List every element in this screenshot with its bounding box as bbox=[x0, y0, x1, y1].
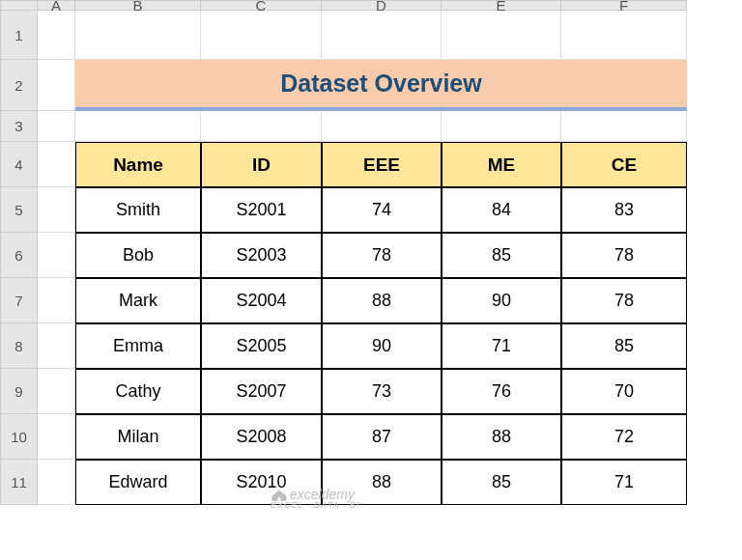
cell-A1[interactable] bbox=[38, 11, 75, 60]
th-me[interactable]: ME bbox=[442, 142, 561, 187]
row-header-5[interactable]: 5 bbox=[0, 187, 38, 233]
row-header-7[interactable]: 7 bbox=[0, 278, 38, 323]
row-header-10[interactable]: 10 bbox=[0, 414, 38, 460]
cell-E3[interactable] bbox=[442, 111, 561, 142]
col-header-E[interactable]: E bbox=[442, 0, 561, 11]
td[interactable]: S2001 bbox=[201, 187, 322, 233]
td[interactable]: 85 bbox=[442, 233, 561, 278]
td[interactable]: 88 bbox=[322, 460, 442, 505]
col-header-B[interactable]: B bbox=[75, 0, 201, 11]
row-header-9[interactable]: 9 bbox=[0, 369, 38, 414]
cell-A8[interactable] bbox=[38, 323, 75, 369]
title-cell[interactable]: Dataset Overview bbox=[75, 60, 687, 111]
cell-C1[interactable] bbox=[201, 11, 322, 60]
row-header-3[interactable]: 3 bbox=[0, 111, 38, 142]
cell-A6[interactable] bbox=[38, 233, 75, 278]
td[interactable]: 84 bbox=[442, 187, 561, 233]
cell-D1[interactable] bbox=[322, 11, 442, 60]
row-header-1[interactable]: 1 bbox=[0, 11, 38, 60]
td[interactable]: 78 bbox=[561, 233, 687, 278]
cell-A10[interactable] bbox=[38, 414, 75, 460]
td[interactable]: Smith bbox=[75, 187, 201, 233]
cell-B3[interactable] bbox=[75, 111, 201, 142]
td[interactable]: S2008 bbox=[201, 414, 322, 460]
cell-A7[interactable] bbox=[38, 278, 75, 323]
row-header-8[interactable]: 8 bbox=[0, 323, 38, 369]
spreadsheet-grid: A B C D E F 1 2 3 4 5 6 7 8 9 10 11 Data… bbox=[0, 0, 742, 505]
th-name[interactable]: Name bbox=[75, 142, 201, 187]
td[interactable]: 88 bbox=[442, 414, 561, 460]
cell-A4[interactable] bbox=[38, 142, 75, 187]
cell-E1[interactable] bbox=[442, 11, 561, 60]
td[interactable]: S2005 bbox=[201, 323, 322, 369]
cell-A5[interactable] bbox=[38, 187, 75, 233]
row-header-4[interactable]: 4 bbox=[0, 142, 38, 187]
td[interactable]: 74 bbox=[322, 187, 442, 233]
cell-A3[interactable] bbox=[38, 111, 75, 142]
td[interactable]: S2010 bbox=[201, 460, 322, 505]
td[interactable]: Mark bbox=[75, 278, 201, 323]
td[interactable]: Edward bbox=[75, 460, 201, 505]
td[interactable]: S2007 bbox=[201, 369, 322, 414]
th-ce[interactable]: CE bbox=[561, 142, 687, 187]
td[interactable]: 78 bbox=[561, 278, 687, 323]
th-id[interactable]: ID bbox=[201, 142, 322, 187]
row-header-2[interactable]: 2 bbox=[0, 60, 38, 111]
td[interactable]: Milan bbox=[75, 414, 201, 460]
row-header-6[interactable]: 6 bbox=[0, 233, 38, 278]
td[interactable]: 73 bbox=[322, 369, 442, 414]
cell-A11[interactable] bbox=[38, 460, 75, 505]
td[interactable]: 85 bbox=[442, 460, 561, 505]
td[interactable]: 87 bbox=[322, 414, 442, 460]
col-header-C[interactable]: C bbox=[201, 0, 322, 11]
cell-A9[interactable] bbox=[38, 369, 75, 414]
cell-C3[interactable] bbox=[201, 111, 322, 142]
td[interactable]: 88 bbox=[322, 278, 442, 323]
td[interactable]: 72 bbox=[561, 414, 687, 460]
row-header-11[interactable]: 11 bbox=[0, 460, 38, 505]
td[interactable]: Bob bbox=[75, 233, 201, 278]
cell-B1[interactable] bbox=[75, 11, 201, 60]
cell-A2[interactable] bbox=[38, 60, 75, 111]
cell-F1[interactable] bbox=[561, 11, 687, 60]
td[interactable]: S2003 bbox=[201, 233, 322, 278]
td[interactable]: 83 bbox=[561, 187, 687, 233]
td[interactable]: S2004 bbox=[201, 278, 322, 323]
td[interactable]: 71 bbox=[561, 460, 687, 505]
col-header-A[interactable]: A bbox=[38, 0, 75, 11]
td[interactable]: Emma bbox=[75, 323, 201, 369]
cell-D3[interactable] bbox=[322, 111, 442, 142]
col-header-D[interactable]: D bbox=[322, 0, 442, 11]
cell-F3[interactable] bbox=[561, 111, 687, 142]
col-header-F[interactable]: F bbox=[561, 0, 687, 11]
select-all-corner[interactable] bbox=[0, 0, 38, 11]
td[interactable]: 70 bbox=[561, 369, 687, 414]
td[interactable]: 71 bbox=[442, 323, 561, 369]
td[interactable]: 90 bbox=[322, 323, 442, 369]
td[interactable]: 76 bbox=[442, 369, 561, 414]
td[interactable]: 90 bbox=[442, 278, 561, 323]
td[interactable]: 78 bbox=[322, 233, 442, 278]
td[interactable]: Cathy bbox=[75, 369, 201, 414]
th-eee[interactable]: EEE bbox=[322, 142, 442, 187]
td[interactable]: 85 bbox=[561, 323, 687, 369]
